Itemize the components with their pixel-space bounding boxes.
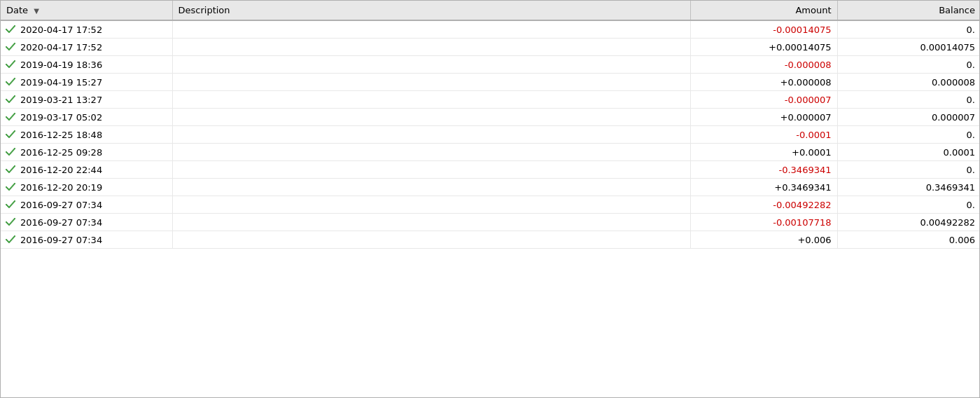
checkmark-icon [5, 234, 16, 245]
amount-cell: -0.00492282 [690, 196, 837, 214]
description-cell [172, 179, 690, 196]
description-cell [172, 126, 690, 144]
balance-cell: 0.00492282 [837, 214, 980, 231]
table-row[interactable]: 2019-03-17 05:02+0.0000070.000007 [1, 109, 980, 126]
checkmark-icon [5, 181, 16, 193]
date-value: 2020-04-17 17:52 [20, 42, 102, 53]
checkmark-icon [5, 94, 16, 105]
description-cell [172, 20, 690, 39]
svg-marker-7 [6, 78, 15, 85]
table-row[interactable]: 2019-03-21 13:27-0.0000070. [1, 91, 980, 109]
amount-value: +0.000008 [780, 77, 832, 88]
amount-cell: -0.000008 [690, 56, 837, 74]
balance-value: 0. [967, 130, 975, 140]
balance-cell: 0.000007 [837, 109, 980, 126]
checkmark-icon [5, 59, 16, 70]
svg-marker-1 [6, 25, 15, 33]
table-row[interactable]: 2020-04-17 17:52-0.000140750. [1, 20, 980, 39]
svg-marker-9 [6, 95, 15, 103]
table-row[interactable]: 2016-12-25 18:48-0.00010. [1, 126, 980, 144]
date-value: 2019-03-21 13:27 [20, 95, 102, 105]
table-row[interactable]: 2019-04-19 15:27+0.0000080.000008 [1, 74, 980, 91]
date-value: 2020-04-17 17:52 [20, 25, 102, 35]
amount-cell: +0.000007 [690, 109, 837, 126]
date-cell: 2016-12-20 22:44 [1, 161, 172, 179]
table-row[interactable]: 2016-12-20 22:44-0.34693410. [1, 161, 980, 179]
date-cell: 2016-12-25 18:48 [1, 126, 172, 144]
balance-cell: 0.000008 [837, 74, 980, 91]
column-header-date-label: Date [6, 5, 28, 15]
column-header-description: Description [172, 1, 690, 20]
balance-cell: 0. [837, 196, 980, 214]
checkmark-icon [5, 129, 16, 140]
date-value: 2016-09-27 07:34 [20, 217, 102, 228]
sort-arrow-icon: ▼ [34, 7, 39, 15]
checkmark-icon [5, 111, 16, 123]
table-row[interactable]: 2016-09-27 07:34+0.0060.006 [1, 231, 980, 249]
description-cell [172, 214, 690, 231]
amount-cell: +0.3469341 [690, 179, 837, 196]
table-row[interactable]: 2016-12-25 09:28+0.00010.0001 [1, 144, 980, 161]
description-cell [172, 39, 690, 56]
amount-value: -0.00107718 [773, 217, 831, 228]
balance-value: 0.00492282 [920, 217, 975, 228]
balance-value: 0.00014075 [920, 42, 975, 53]
svg-marker-17 [6, 165, 15, 173]
svg-marker-5 [6, 60, 15, 68]
balance-cell: 0.0001 [837, 144, 980, 161]
svg-marker-25 [6, 235, 15, 243]
table-header-row: Date ▼ Description Amount Balance [1, 1, 980, 20]
checkmark-icon [5, 199, 16, 210]
date-value: 2016-12-20 20:19 [20, 182, 102, 193]
svg-marker-13 [6, 130, 15, 138]
transaction-table-container: Date ▼ Description Amount Balance 2020-0… [0, 0, 980, 398]
balance-value: 0.000008 [932, 77, 975, 88]
amount-cell: +0.00014075 [690, 39, 837, 56]
column-header-balance: Balance [837, 1, 980, 20]
amount-value: -0.000008 [785, 60, 832, 70]
date-cell: 2020-04-17 17:52 [1, 39, 172, 56]
checkmark-icon [5, 24, 16, 35]
table-row[interactable]: 2020-04-17 17:52+0.000140750.00014075 [1, 39, 980, 56]
amount-value: -0.00492282 [773, 200, 831, 210]
checkmark-icon [5, 146, 16, 158]
amount-cell: -0.0001 [690, 126, 837, 144]
balance-value: 0. [967, 25, 975, 35]
balance-value: 0.006 [949, 235, 975, 245]
svg-marker-21 [6, 200, 15, 208]
svg-marker-15 [6, 148, 15, 156]
table-row[interactable]: 2016-09-27 07:34-0.004922820. [1, 196, 980, 214]
description-cell [172, 161, 690, 179]
column-header-description-label: Description [178, 5, 230, 15]
date-value: 2016-12-25 18:48 [20, 130, 102, 140]
date-cell: 2016-12-20 20:19 [1, 179, 172, 196]
amount-value: +0.3469341 [774, 182, 831, 193]
balance-value: 0. [967, 60, 975, 70]
amount-value: +0.00014075 [769, 42, 831, 53]
balance-cell: 0. [837, 126, 980, 144]
date-cell: 2016-09-27 07:34 [1, 196, 172, 214]
balance-cell: 0. [837, 56, 980, 74]
balance-cell: 0.3469341 [837, 179, 980, 196]
description-cell [172, 56, 690, 74]
column-header-date[interactable]: Date ▼ [1, 1, 172, 20]
date-cell: 2020-04-17 17:52 [1, 20, 172, 39]
amount-value: +0.0001 [792, 147, 831, 158]
table-row[interactable]: 2019-04-19 18:36-0.0000080. [1, 56, 980, 74]
date-cell: 2019-03-21 13:27 [1, 91, 172, 109]
balance-value: 0. [967, 165, 975, 175]
balance-cell: 0.00014075 [837, 39, 980, 56]
amount-cell: -0.3469341 [690, 161, 837, 179]
date-cell: 2019-04-19 15:27 [1, 74, 172, 91]
table-row[interactable]: 2016-09-27 07:34-0.001077180.00492282 [1, 214, 980, 231]
date-value: 2016-12-20 22:44 [20, 165, 102, 175]
svg-marker-19 [6, 183, 15, 191]
description-cell [172, 231, 690, 249]
table-row[interactable]: 2016-12-20 20:19+0.34693410.3469341 [1, 179, 980, 196]
amount-cell: +0.0001 [690, 144, 837, 161]
column-header-balance-label: Balance [939, 5, 975, 15]
date-value: 2016-09-27 07:34 [20, 235, 102, 245]
date-value: 2019-04-19 15:27 [20, 77, 102, 88]
amount-cell: +0.000008 [690, 74, 837, 91]
date-cell: 2019-04-19 18:36 [1, 56, 172, 74]
